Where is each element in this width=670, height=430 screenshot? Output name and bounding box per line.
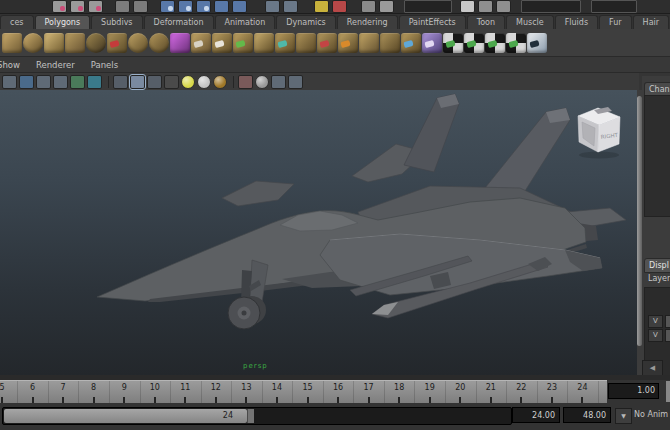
ipr-render-icon[interactable] (283, 0, 298, 13)
frame-label-24[interactable]: 24 (577, 383, 587, 392)
poly-cylinder-icon[interactable] (65, 33, 85, 53)
menu-panels[interactable]: Panels (91, 60, 118, 70)
poly-cone-icon[interactable] (44, 33, 64, 53)
frame-label-21[interactable]: 21 (486, 383, 496, 392)
frame-label-16[interactable]: 16 (333, 383, 343, 392)
poly-append-icon[interactable] (233, 33, 253, 53)
bookmarks-icon[interactable] (53, 75, 68, 89)
poly-insert-loop-icon[interactable] (275, 33, 295, 53)
grid-toggle-icon[interactable] (361, 0, 376, 13)
uv-sew-icon[interactable] (464, 33, 484, 53)
xray-icon[interactable] (255, 75, 269, 89)
lock-camera-icon[interactable] (19, 75, 34, 89)
uv-unfold-icon[interactable] (485, 33, 505, 53)
time-slider[interactable]: 56789101112131415161718192021222324 (0, 380, 607, 405)
poly-merge-vertex-icon[interactable] (317, 33, 337, 53)
jet-model[interactable] (0, 90, 637, 375)
layer-color-swatch[interactable] (665, 329, 670, 342)
jet-left-wing[interactable] (222, 181, 294, 206)
default-lighting-icon[interactable] (181, 75, 195, 89)
shelf-tab-rendering[interactable]: Rendering (337, 15, 398, 29)
checker-material-icon[interactable] (164, 75, 179, 89)
quick-selection-field[interactable] (404, 0, 452, 13)
shelf-tab-deformation[interactable]: Deformation (144, 15, 214, 29)
shelf-tab-dynamics[interactable]: Dynamics (276, 15, 335, 29)
tab-channels[interactable]: Chann (644, 82, 670, 96)
uv-cut-icon[interactable] (443, 33, 463, 53)
uv-editor-icon[interactable] (527, 33, 547, 53)
playback-end-field[interactable]: 48.00 (563, 407, 611, 423)
smooth-shade-mode-icon[interactable] (130, 75, 145, 89)
snap-curve-icon[interactable] (70, 0, 85, 13)
poly-bevel-icon[interactable] (191, 33, 211, 53)
poly-flip-icon[interactable] (359, 33, 379, 53)
menu-show[interactable]: Show (0, 60, 20, 70)
uv-layout-icon[interactable] (506, 33, 526, 53)
save-scene-icon[interactable] (196, 0, 211, 13)
layer-color-swatch[interactable] (665, 315, 670, 328)
perspective-viewport[interactable]: RIGHT persp (0, 90, 637, 375)
frame-label-12[interactable]: 12 (211, 383, 221, 392)
layer-row[interactable]: V (648, 315, 670, 328)
poly-combine-icon[interactable] (107, 33, 127, 53)
open-scene-icon[interactable] (178, 0, 193, 13)
uv-projection-icon[interactable] (422, 33, 442, 53)
camera-attributes-icon[interactable] (36, 75, 51, 89)
sidebar-toggle-field[interactable] (591, 0, 637, 13)
paste-icon[interactable] (460, 0, 475, 13)
undo-icon[interactable] (214, 0, 229, 13)
poly-split-icon[interactable] (212, 33, 232, 53)
frame-label-8[interactable]: 8 (91, 383, 96, 392)
range-slider-handle[interactable] (247, 409, 254, 423)
frame-label-17[interactable]: 17 (364, 383, 374, 392)
snap-grid-icon[interactable] (52, 0, 67, 13)
range-slider-track[interactable]: 24 (2, 407, 512, 425)
layer-row[interactable]: V (648, 329, 670, 342)
plane-toggle-icon[interactable] (271, 75, 286, 89)
shelf-tab-muscle[interactable]: Muscle (506, 15, 554, 29)
poly-sphere-smooth-icon[interactable] (128, 33, 148, 53)
range-slider-bar[interactable]: 24 (4, 409, 247, 423)
subdiv-cube-icon[interactable] (170, 33, 190, 53)
snap-point-icon[interactable] (88, 0, 103, 13)
poly-merge-icon[interactable] (296, 33, 316, 53)
layer-visibility-toggle[interactable]: V (648, 329, 663, 342)
frame-label-14[interactable]: 14 (272, 383, 282, 392)
poly-torus-icon[interactable] (23, 33, 43, 53)
select-tool-icon[interactable] (379, 0, 394, 13)
textured-mode-icon[interactable] (147, 75, 162, 89)
render-view-icon[interactable] (265, 0, 280, 13)
wireframe-mode-icon[interactable] (113, 75, 128, 89)
make-live-icon[interactable] (133, 0, 148, 13)
shelf-tab-fluids[interactable]: Fluids (555, 15, 598, 29)
poly-text-icon[interactable] (86, 33, 106, 53)
shelf-tab-hair[interactable]: Hair (633, 15, 669, 29)
frame-label-13[interactable]: 13 (241, 383, 251, 392)
measure-icon[interactable] (496, 0, 511, 13)
shelf-tab-ces[interactable]: ces (0, 15, 34, 29)
view-cube[interactable]: RIGHT (568, 102, 628, 160)
render-settings-icon[interactable] (332, 0, 347, 13)
select-camera-icon[interactable] (2, 75, 17, 89)
panel-scroll-left-button[interactable]: ◀ (642, 360, 663, 375)
poly-bridge-icon[interactable] (401, 33, 421, 53)
render-current-icon[interactable] (314, 0, 329, 13)
frame-label-22[interactable]: 22 (516, 383, 526, 392)
anim-layer-label[interactable]: No Anim La (634, 408, 670, 422)
anim-layer-dropdown-icon[interactable]: ▼ (615, 408, 632, 424)
isolate-select-icon[interactable] (238, 75, 253, 89)
frame-label-11[interactable]: 11 (180, 383, 190, 392)
menu-renderer[interactable]: Renderer (36, 60, 75, 70)
frame-label-19[interactable]: 19 (425, 383, 435, 392)
poly-extrude-icon[interactable] (380, 33, 400, 53)
layer-visibility-toggle[interactable]: V (648, 315, 663, 328)
channel-box[interactable] (644, 95, 670, 217)
snap-view-icon[interactable] (115, 0, 130, 13)
tab-display[interactable]: Displ (644, 258, 670, 273)
frame-label-6[interactable]: 6 (30, 383, 35, 392)
shelf-tab-polygons[interactable]: Polygons (35, 15, 91, 29)
poly-book-icon[interactable] (254, 33, 274, 53)
frame-label-5[interactable]: 5 (0, 383, 5, 392)
shelf-tab-toon[interactable]: Toon (467, 15, 505, 29)
frame-label-23[interactable]: 23 (547, 383, 557, 392)
